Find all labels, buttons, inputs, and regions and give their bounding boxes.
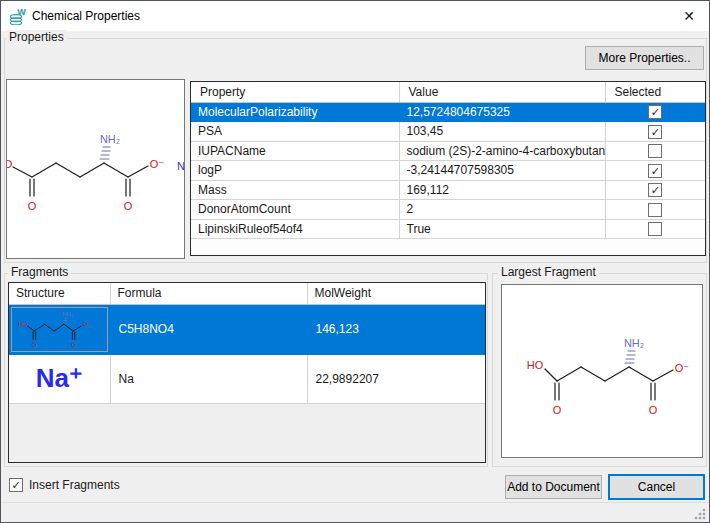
row-checkbox[interactable]: ✓	[648, 105, 662, 119]
table-row[interactable]: Mass 169,112 ✓	[191, 180, 705, 200]
value-cell[interactable]: sodium (2S)-2-amino-4-carboxybutanoate	[399, 141, 605, 161]
atom-label-o: O	[71, 341, 76, 348]
insert-fragments-label: Insert Fragments	[29, 478, 120, 492]
row-checkbox[interactable]: ✓	[648, 125, 662, 139]
property-cell[interactable]: PSA	[191, 122, 399, 142]
property-cell[interactable]: IUPACName	[191, 141, 399, 161]
column-header-value[interactable]: Value	[399, 82, 605, 102]
property-cell[interactable]: Mass	[191, 180, 399, 200]
properties-group-label: Properties	[6, 30, 67, 44]
atom-label-nh2: NH₂	[624, 337, 644, 349]
row-checkbox[interactable]	[648, 203, 662, 217]
row-checkbox[interactable]: ✓	[648, 164, 662, 178]
atom-label-nh2: NH₂	[100, 133, 120, 145]
molecule-preview: O O O O⁻ NH₂ N	[6, 79, 185, 259]
resize-grip-icon[interactable]	[694, 508, 706, 520]
properties-table: Property Value Selected MolecularPolariz…	[190, 81, 706, 256]
table-row[interactable]: MolecularPolarizability 12,5724804675325…	[191, 102, 705, 122]
fragments-group-label: Fragments	[8, 265, 71, 279]
value-cell[interactable]: 103,45	[399, 122, 605, 142]
value-cell[interactable]: 12,5724804675325	[399, 102, 605, 122]
row-checkbox[interactable]	[648, 144, 662, 158]
fragments-table-header-row: Structure Formula MolWeight	[9, 283, 485, 304]
cancel-button[interactable]: Cancel	[608, 474, 705, 500]
table-row[interactable]: logP -3,24144707598305 ✓	[191, 161, 705, 181]
atom-label-o-minus: O⁻	[675, 362, 690, 374]
atom-label-o: O	[7, 158, 13, 170]
atom-label-o: O	[649, 404, 658, 416]
largest-fragment-preview: HO O O O⁻ NH₂	[501, 284, 703, 458]
window-title: Chemical Properties	[32, 9, 140, 23]
value-cell[interactable]: -3,24144707598305	[399, 161, 605, 181]
value-cell[interactable]: 2	[399, 200, 605, 220]
table-row[interactable]: DonorAtomCount 2	[191, 200, 705, 220]
table-row[interactable]: IUPACName sodium (2S)-2-amino-4-carboxyb…	[191, 141, 705, 161]
svg-text:W: W	[17, 7, 26, 17]
table-row[interactable]: LipinskiRuleof54of4 True	[191, 219, 705, 239]
formula-cell[interactable]: Na	[110, 354, 307, 403]
column-header-formula[interactable]: Formula	[110, 283, 307, 304]
property-cell[interactable]: logP	[191, 161, 399, 181]
table-row[interactable]: PSA 103,45 ✓	[191, 122, 705, 142]
largest-fragment-group-label: Largest Fragment	[498, 265, 599, 279]
insert-fragments-checkbox[interactable]: ✓ Insert Fragments	[9, 478, 120, 492]
atom-label-ho: HO	[18, 320, 27, 327]
more-properties-button[interactable]: More Properties..	[585, 46, 704, 70]
row-checkbox[interactable]: ✓	[648, 183, 662, 197]
title-bar[interactable]: W Chemical Properties ✕	[1, 1, 709, 31]
atom-label-nh2: NH₂	[62, 309, 74, 316]
fragments-table: Structure Formula MolWeight	[8, 282, 486, 463]
sodium-cation-label: Na⁺	[9, 363, 110, 394]
checkbox-check-icon[interactable]: ✓	[9, 478, 23, 492]
add-to-document-button[interactable]: Add to Document	[505, 475, 602, 499]
column-header-selected[interactable]: Selected	[605, 82, 705, 102]
molweight-cell[interactable]: 146,123	[307, 304, 485, 354]
atom-label-o-minus: O⁻	[150, 158, 165, 170]
column-header-molweight[interactable]: MolWeight	[307, 283, 485, 304]
value-cell[interactable]: True	[399, 219, 605, 239]
close-button[interactable]: ✕	[669, 1, 709, 31]
atom-label-o: O	[124, 200, 133, 212]
atom-label-o: O	[28, 200, 37, 212]
column-header-structure[interactable]: Structure	[9, 283, 110, 304]
property-cell[interactable]: LipinskiRuleof54of4	[191, 219, 399, 239]
close-icon: ✕	[683, 8, 695, 24]
chemical-properties-dialog: W Chemical Properties ✕ Properties More …	[0, 0, 710, 523]
fragment-structure-image: HO O O O⁻ NH₂	[11, 307, 108, 352]
molweight-cell[interactable]: 22,9892207	[307, 354, 485, 403]
column-header-property[interactable]: Property	[191, 82, 399, 102]
largest-fragment-structure-image: HO O O O⁻ NH₂	[502, 285, 702, 457]
atom-label-ho: HO	[527, 359, 544, 371]
properties-table-header-row: Property Value Selected	[191, 82, 705, 102]
value-cell[interactable]: 169,112	[399, 180, 605, 200]
row-checkbox[interactable]	[648, 222, 662, 236]
status-bar	[1, 502, 709, 523]
property-cell[interactable]: DonorAtomCount	[191, 200, 399, 220]
atom-label-o: O	[32, 341, 37, 348]
app-logo-icon: W	[9, 7, 26, 25]
atom-label-o-minus: O⁻	[83, 320, 91, 327]
fragment-row[interactable]: HO O O O⁻ NH₂ C5H8NO4 146,123	[9, 304, 485, 354]
property-cell[interactable]: MolecularPolarizability	[191, 102, 399, 122]
formula-cell[interactable]: C5H8NO4	[110, 304, 307, 354]
atom-label-o: O	[553, 404, 562, 416]
fragment-row[interactable]: Na⁺ Na 22,9892207	[9, 354, 485, 403]
atom-label-n: N	[177, 160, 184, 172]
molecule-structure-image: O O O O⁻ NH₂ N	[7, 80, 184, 258]
